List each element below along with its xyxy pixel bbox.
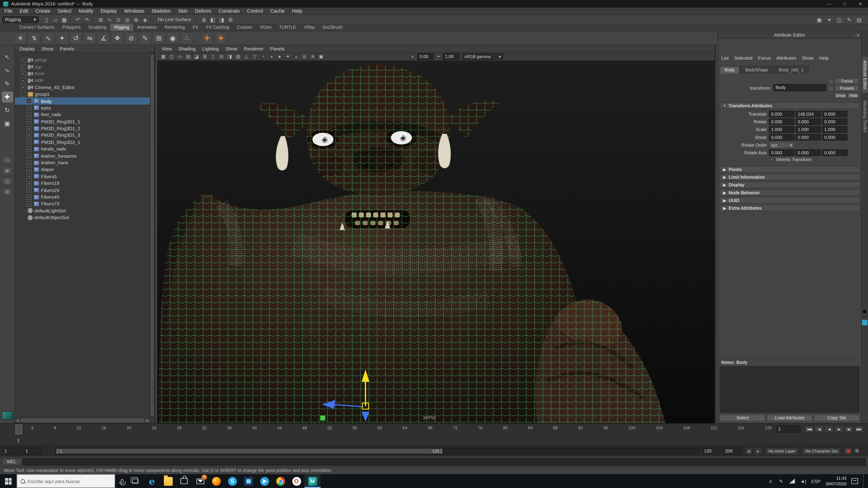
attribute-editor-title-bar[interactable]: Attribute Editor ▫ ✕ [718,32,861,39]
shear-z-field[interactable] [822,134,848,140]
collapsed-section-header[interactable]: ▶ Display [720,182,860,188]
frame-tick-label[interactable]: 120 [765,425,772,430]
ae-menu-item[interactable]: Show [802,55,813,61]
translate-z-field[interactable] [822,111,848,117]
node-tab[interactable]: Body [720,66,740,73]
menu-item[interactable]: Select [58,8,71,14]
list-history-icon[interactable] [829,86,834,91]
scale-z-field[interactable] [822,126,848,133]
frame-tick-label[interactable]: 12 [76,425,81,430]
snap-to-view-plane-icon[interactable]: ⊕ [132,15,141,23]
shelf-tab[interactable]: GoZBrush [319,24,347,31]
manipulator-plane-handle[interactable] [320,416,325,420]
outliner-row[interactable]: + top [15,63,150,70]
language-indicator[interactable]: ESP [811,478,821,484]
range-track[interactable]: 1 120 [55,447,700,455]
shelf-tab[interactable]: VRay [300,24,319,31]
channel-box-toggle[interactable]: ▤ [855,15,864,23]
select-tool[interactable]: ↖ [2,52,13,63]
outliner-row[interactable]: + side [15,77,150,84]
outliner-row[interactable]: + leather_forearms [15,153,150,159]
menu-item[interactable]: File [4,8,13,14]
menu-item[interactable]: Create [35,8,51,14]
translate-x-field[interactable] [769,111,795,117]
close-button[interactable]: ✕ [852,0,868,8]
viewport-menu-item[interactable]: Panels [270,46,285,51]
layout-preview-thumbnail[interactable] [2,411,13,420]
frame-tick-label[interactable]: 100 [628,425,636,430]
bind-skin-icon[interactable]: ❖ [111,32,123,44]
screen-space-ao-icon[interactable]: ◎ [301,53,308,60]
move-tool[interactable]: ✚ [2,92,13,103]
shelf-tab[interactable]: Custom [233,24,256,31]
play-backwards-button[interactable]: ◀ [825,425,834,433]
two-d-pan-zoom-icon[interactable]: ⊞ [201,53,209,60]
ae-footer-button[interactable]: Copy Tab [814,414,860,422]
expander-icon[interactable]: − [21,92,26,97]
layout-single-pane[interactable]: ▭ [2,156,13,164]
gamma-icon[interactable]: ◓ [434,53,442,60]
wrap-deformer-icon[interactable]: ◉ [166,32,179,44]
menu-item[interactable]: Deform [195,8,211,14]
frame-tick-label[interactable]: 108 [683,425,690,430]
play-forwards-button[interactable]: ▶ [834,425,844,433]
frame-tick-label[interactable]: 84 [528,425,532,430]
gate-mask-icon[interactable]: ◨ [226,53,234,60]
time-slider[interactable]: 4812162024283236404448525660646872768084… [0,423,868,445]
scroll-right-arrow[interactable]: ▸ [145,418,150,423]
viewport-menu-item[interactable]: Show [225,46,237,51]
minimize-button[interactable]: — [822,0,837,8]
snap-to-curve-icon[interactable]: ∿ [105,15,114,23]
layout-two-pane-side[interactable]: ◫ [2,177,13,186]
ipr-render-icon[interactable]: ◨ [217,15,226,23]
search-input[interactable] [28,478,105,484]
shelf-tab[interactable]: Rendering [161,24,189,31]
rotate-axis-z-field[interactable] [822,149,848,156]
shelf-tab[interactable]: TURTLE [275,24,300,31]
outliner-row[interactable]: + Fibers29 [15,187,150,193]
taskbar-app-button[interactable] [160,474,176,488]
focus-button[interactable]: Focus [835,78,859,84]
step-back-button[interactable]: |◀ [814,425,824,433]
scroll-left-arrow[interactable]: ◂ [16,418,20,423]
shear-x-field[interactable] [769,134,795,140]
expander-icon[interactable]: + [27,112,32,117]
layout-two-pane-stacked[interactable]: ⊟ [2,188,13,196]
viewport-menu-item[interactable]: Renderer [244,46,264,51]
ae-menu-item[interactable]: Selected [734,55,752,61]
menu-item[interactable]: Skeleton [151,8,171,14]
command-input[interactable] [23,458,866,465]
expander-icon[interactable]: + [27,174,32,179]
outliner-row[interactable]: + Fibers19 [15,180,150,187]
expander-icon[interactable]: + [27,188,32,193]
step-forward-button[interactable]: ▶| [844,425,854,433]
add-keyframe-icon[interactable]: + [754,447,762,455]
bookmarks-icon[interactable]: ▤ [184,53,192,60]
character-set-menu[interactable]: No Character Set [802,447,841,455]
rotate-order-dropdown[interactable]: xyz ▾ [769,142,795,148]
menu-item[interactable]: Modify [79,8,93,14]
taskbar-app-button[interactable] [144,474,160,488]
taskbar-app-button[interactable] [208,474,224,488]
outliner-menu-item[interactable]: Panels [60,46,74,51]
frame-tick-label[interactable]: 36 [227,425,231,430]
viewport-menu-item[interactable]: Lighting [202,46,219,51]
window-title-bar[interactable]: Autodesk Maya 2016: untitled* --- Body —… [0,0,868,8]
snap-to-point-icon[interactable]: ⊙ [114,15,123,23]
outliner-row[interactable]: + Fibers45 [15,194,150,200]
outliner-row[interactable]: + PM3D_Ring3D1_3 [15,132,150,139]
textured-icon[interactable]: ● [276,53,283,60]
anim-layer-menu[interactable]: No Anim Layer [765,447,799,455]
outliner-row[interactable]: + Fibers5 [15,173,150,180]
scale-x-field[interactable] [769,126,795,133]
frame-tick-label[interactable]: 24 [152,425,156,430]
multisample-aa-icon[interactable]: ▣ [317,53,325,60]
exposure-field[interactable] [417,53,434,60]
command-language-toggle[interactable]: MEL [2,458,21,465]
unbind-skin-icon[interactable]: ⊘ [125,32,137,44]
open-scene-icon[interactable]: ▱ [51,15,60,23]
playback-start-field[interactable] [23,447,42,455]
orient-joint-icon[interactable]: ∡ [97,32,110,44]
shear-y-field[interactable] [796,134,821,140]
outliner-row[interactable]: − group1 [15,91,150,98]
